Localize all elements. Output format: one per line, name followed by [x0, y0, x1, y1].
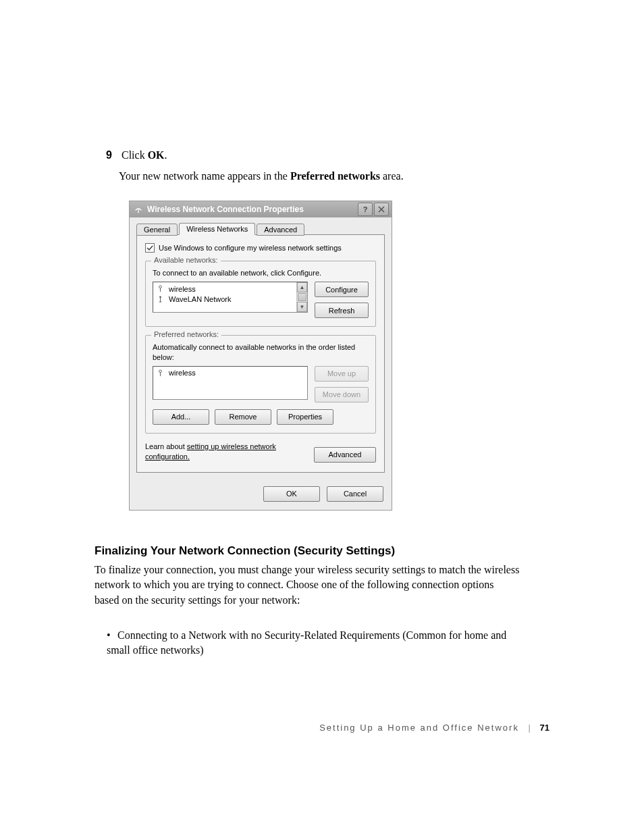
- tab-panel: Use Windows to configure my wireless net…: [136, 234, 385, 473]
- bullet-dot: •: [107, 628, 117, 643]
- properties-button[interactable]: Properties: [277, 409, 333, 425]
- section-paragraph: To finalize your connection, you must ch…: [95, 563, 520, 608]
- list-item-label: wireless: [169, 369, 196, 377]
- page-number: 71: [540, 723, 549, 733]
- list-item[interactable]: wireless: [156, 368, 304, 378]
- antenna-icon: [156, 284, 165, 293]
- footer-separator: |: [529, 723, 531, 733]
- antenna-icon: [156, 294, 165, 303]
- wireless-icon: [134, 205, 143, 214]
- available-networks-group: Available networks: To connect to an ava…: [145, 261, 376, 327]
- preferred-networks-list[interactable]: wireless: [153, 366, 308, 400]
- step-number: 9: [100, 148, 112, 163]
- list-item-label: WaveLAN Network: [169, 295, 232, 303]
- step-line: 9 Click OK.: [100, 148, 167, 163]
- tab-wireless-networks[interactable]: Wireless Networks: [179, 223, 255, 235]
- checkbox-icon[interactable]: [145, 243, 155, 253]
- preferred-instruction: Automatically connect to available netwo…: [153, 342, 369, 362]
- svg-point-2: [159, 370, 162, 373]
- learn-text: Learn about setting up wireless network …: [145, 442, 314, 463]
- available-legend: Available networks:: [151, 256, 221, 264]
- dialog-title: Wireless Network Connection Properties: [147, 205, 356, 214]
- advanced-button[interactable]: Advanced: [314, 447, 376, 463]
- add-button[interactable]: Add...: [153, 409, 209, 425]
- list-item[interactable]: WaveLAN Network: [156, 294, 294, 304]
- move-down-button[interactable]: Move down: [315, 387, 369, 402]
- dialog-button-row: OK Cancel: [130, 479, 392, 510]
- use-windows-checkbox-row[interactable]: Use Windows to configure my wireless net…: [145, 243, 376, 253]
- cancel-button[interactable]: Cancel: [327, 486, 383, 502]
- section-heading: Finalizing Your Network Connection (Secu…: [95, 544, 395, 558]
- available-networks-list[interactable]: wireless WaveLAN Network ▲: [153, 282, 308, 313]
- scroll-down-icon[interactable]: ▼: [297, 302, 307, 312]
- bullet-item: •Connecting to a Network with no Securit…: [107, 628, 520, 658]
- remove-button[interactable]: Remove: [215, 409, 271, 425]
- svg-point-0: [159, 286, 162, 288]
- preferred-networks-group: Preferred networks: Automatically connec…: [145, 335, 376, 434]
- preferred-legend: Preferred networks:: [151, 330, 221, 338]
- page-footer: Setting Up a Home and Office Network | 7…: [0, 723, 644, 733]
- step-text: Click OK.: [122, 149, 167, 161]
- footer-section: Setting Up a Home and Office Network: [319, 723, 519, 733]
- available-instruction: To connect to an available network, clic…: [153, 268, 369, 278]
- list-item-label: wireless: [169, 285, 196, 293]
- titlebar: Wireless Network Connection Properties ?: [130, 201, 392, 217]
- scrollbar[interactable]: ▲ ▼: [296, 282, 307, 312]
- tab-advanced[interactable]: Advanced: [257, 224, 304, 236]
- scroll-up-icon[interactable]: ▲: [297, 282, 307, 292]
- checkbox-label: Use Windows to configure my wireless net…: [159, 244, 342, 252]
- list-item[interactable]: wireless: [156, 284, 294, 294]
- configure-button[interactable]: Configure: [315, 282, 369, 297]
- followup-text: Your new network name appears in the Pre…: [119, 169, 404, 184]
- close-button[interactable]: [374, 203, 389, 216]
- tab-general[interactable]: General: [136, 224, 178, 236]
- antenna-icon: [156, 369, 165, 377]
- properties-dialog: Wireless Network Connection Properties ?…: [130, 201, 392, 510]
- tabs: General Wireless Networks Advanced: [136, 223, 385, 235]
- refresh-button[interactable]: Refresh: [315, 303, 369, 318]
- scroll-thumb[interactable]: [298, 293, 306, 301]
- move-up-button[interactable]: Move up: [315, 366, 369, 382]
- ok-button[interactable]: OK: [263, 486, 320, 502]
- help-button[interactable]: ?: [358, 203, 373, 216]
